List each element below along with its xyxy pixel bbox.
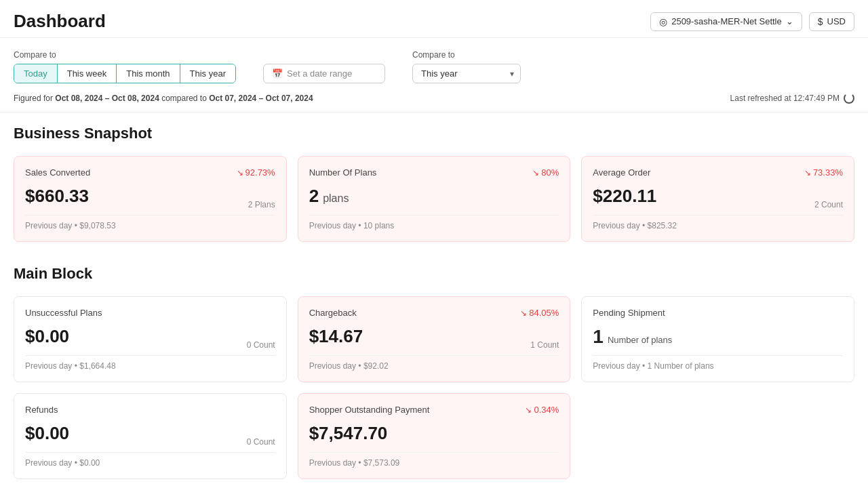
card-label: Unsuccessful Plans [25,308,102,318]
main-block-cards-row2: Refunds $0.00 0 Count Previous day • $0.… [0,393,868,488]
main-block-section: Main Block [0,253,868,296]
plans-text: plans [323,192,349,205]
card-label: Refunds [25,405,58,415]
date-range-placeholder: Set a date range [287,68,352,79]
chevron-down-icon: ⌄ [786,16,793,26]
top-right-actions: ◎ 2509-sasha-MER-Net Settle ⌄ $ USD [650,12,854,31]
business-snapshot-cards: Sales Converted 92.73% $660.33 2 Plans P… [0,156,868,253]
card-count: 1 Count [530,340,559,350]
account-label: 2509-sasha-MER-Net Settle [671,16,782,26]
period-tabs: Today This week This month This year [14,64,236,83]
calendar-icon: 📅 [272,68,283,79]
currency-label: USD [827,16,846,26]
pending-value: 1 Number of plans [593,326,843,348]
card-value-row: $0.00 0 Count [25,420,275,447]
card-label: Pending Shipment [593,308,665,318]
chargeback-card: Chargeback 84.05% $14.67 1 Count Previou… [298,296,571,382]
card-count: 2 Plans [248,200,275,209]
tab-today[interactable]: Today [14,64,58,83]
refresh-info: Last refreshed at 12:47:49 PM [730,93,854,104]
card-change: 84.05% [520,308,559,318]
card-value-row: $660.33 2 Plans [25,183,275,209]
compared-date-range: Oct 07, 2024 – Oct 07, 2024 [209,94,313,103]
card-change: 92.73% [237,167,275,178]
card-label: Number Of Plans [309,167,377,178]
card-value-row: $7,547.70 [309,420,559,447]
average-order-card: Average Order 73.33% $220.11 2 Count Pre… [581,156,854,242]
compare-to-group2: Compare to This year Last year Custom [412,50,521,83]
tab-this-week[interactable]: This week [58,64,117,83]
compare-to-label: Compare to [14,50,236,60]
card-value: 2 [309,186,319,207]
card-header: Shopper Outstanding Payment 0.34% [309,405,559,415]
card-prev: Previous day • $7,573.09 [309,452,559,468]
card-value: $660.33 [25,186,89,207]
card-value-row: $14.67 1 Count [309,323,559,350]
main-block-cards-row1: Unsuccessful Plans $0.00 0 Count Previou… [0,296,868,393]
card-plans-value: 2 plans [309,183,559,209]
shopper-outstanding-card: Shopper Outstanding Payment 0.34% $7,547… [298,393,571,479]
pending-shipment-card: Pending Shipment 1 Number of plans Previ… [581,296,854,382]
compare-select[interactable]: This year Last year Custom [412,64,521,83]
refresh-icon[interactable] [844,93,854,104]
filter-bar: Compare to Today This week This month Th… [0,38,868,90]
card-header: Sales Converted 92.73% [25,167,275,178]
currency-icon: $ [818,16,823,27]
card-label: Average Order [593,167,650,178]
tab-this-year[interactable]: This year [180,64,235,83]
pending-label: Number of plans [608,335,672,345]
compare-to-label2: Compare to [412,50,521,60]
refresh-label: Last refreshed at 12:47:49 PM [730,94,840,103]
account-button[interactable]: ◎ 2509-sasha-MER-Net Settle ⌄ [650,12,802,31]
card-prev: Previous day • $9,078.53 [25,215,275,230]
page-title: Dashboard [14,11,106,32]
main-block-title: Main Block [14,265,854,283]
card-count: 0 Count [247,340,275,350]
top-bar: Dashboard ◎ 2509-sasha-MER-Net Settle ⌄ … [0,0,868,38]
card-value-row: $220.11 2 Count [593,183,843,209]
card-prev: Previous day • $92.02 [309,355,559,371]
card-prev: Previous day • $825.32 [593,215,843,230]
pending-num: 1 [593,326,604,348]
account-icon: ◎ [659,16,667,27]
date-range-group: 📅 Set a date range [263,47,385,83]
date-info-text: Figured for Oct 08, 2024 – Oct 08, 2024 … [14,94,313,103]
compare-to-group: Compare to Today This week This month Th… [14,50,236,83]
card-header: Unsuccessful Plans [25,308,275,318]
card-value: $220.11 [593,186,656,207]
sales-converted-card: Sales Converted 92.73% $660.33 2 Plans P… [14,156,287,242]
card-value-row: $0.00 0 Count [25,323,275,350]
card-value: $0.00 [25,326,69,347]
card-change: 0.34% [525,405,559,415]
card-label: Shopper Outstanding Payment [309,405,430,415]
card-count: 0 Count [247,437,275,447]
card-header: Average Order 73.33% [593,167,843,178]
card-header: Number Of Plans 80% [309,167,559,178]
currency-button[interactable]: $ USD [809,12,854,31]
unsuccessful-plans-card: Unsuccessful Plans $0.00 0 Count Previou… [14,296,287,382]
card-label: Sales Converted [25,167,90,178]
card-value: $0.00 [25,423,69,444]
card-count: 2 Count [814,200,843,209]
card-value: $14.67 [309,326,363,347]
card-header: Refunds [25,405,275,415]
card-prev: Previous day • $0.00 [25,452,275,468]
card-prev: Previous day • $1,664.48 [25,355,275,371]
card-header: Chargeback 84.05% [309,308,559,318]
card-header: Pending Shipment [593,308,843,318]
business-snapshot-section: Business Snapshot [0,113,868,156]
current-date-range: Oct 08, 2024 – Oct 08, 2024 [55,94,159,103]
card-label: Chargeback [309,308,357,318]
tab-this-month[interactable]: This month [117,64,180,83]
number-of-plans-card: Number Of Plans 80% 2 plans Previous day… [298,156,571,242]
refunds-card: Refunds $0.00 0 Count Previous day • $0.… [14,393,287,479]
card-prev: Previous day • 10 plans [309,215,559,230]
compare-select-wrapper: This year Last year Custom [412,64,521,83]
business-snapshot-title: Business Snapshot [14,125,854,142]
date-range-input[interactable]: 📅 Set a date range [263,64,385,83]
card-change: 80% [532,167,559,178]
card-change: 73.33% [804,167,843,178]
date-info-bar: Figured for Oct 08, 2024 – Oct 08, 2024 … [0,90,868,113]
card-prev: Previous day • 1 Number of plans [593,355,843,371]
card-value: $7,547.70 [309,423,388,444]
